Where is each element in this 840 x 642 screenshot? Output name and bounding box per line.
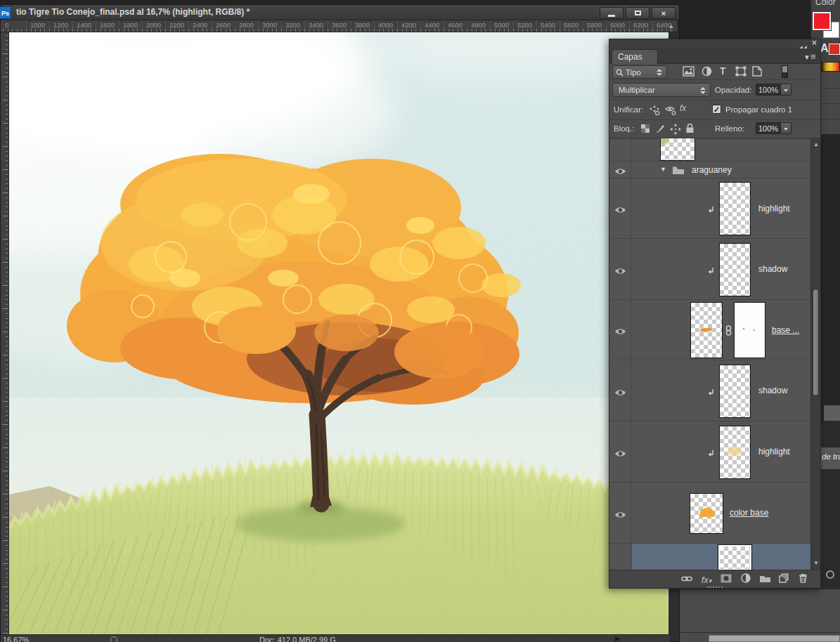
layer-thumbnail[interactable] — [719, 243, 751, 296]
filter-type-layers-icon[interactable]: T — [720, 65, 726, 77]
minimize-button[interactable] — [600, 7, 623, 19]
status-flyout-arrow-icon[interactable]: ▶ — [615, 635, 620, 642]
layer-row[interactable]: highlight — [609, 421, 820, 482]
lock-position-icon[interactable] — [670, 124, 681, 138]
collapse-panel-icon[interactable] — [799, 41, 809, 47]
layer-name[interactable]: shadow — [758, 386, 787, 395]
fill-dropdown-button[interactable] — [781, 122, 791, 134]
new-group-icon[interactable] — [758, 573, 772, 585]
opacity-dropdown-button[interactable] — [781, 84, 791, 96]
ruler-label: 5400 — [541, 21, 555, 29]
close-button[interactable]: × — [652, 7, 676, 19]
foreground-color-swatch[interactable] — [813, 12, 831, 30]
layer-thumbnail[interactable] — [660, 138, 695, 161]
layer-row-body[interactable]: ▼araguaney — [632, 162, 810, 178]
layer-name[interactable]: shadow — [758, 264, 787, 274]
scroll-down-icon[interactable]: ▼ — [813, 560, 820, 566]
ruler-label: 3000 — [262, 21, 277, 29]
visibility-toggle[interactable] — [609, 300, 631, 360]
canvas-artboard[interactable] — [9, 32, 668, 634]
layer-thumbnail[interactable] — [719, 365, 751, 418]
scroll-up-icon[interactable]: ▲ — [813, 141, 820, 148]
document-size-info: Doc: 412,0 MB/2,99 G — [259, 636, 336, 642]
layer-name[interactable]: araguaney — [692, 165, 732, 175]
visibility-toggle[interactable] — [609, 421, 631, 482]
filter-toggle-switch[interactable] — [782, 65, 788, 78]
layer-mask-thumbnail[interactable] — [734, 302, 765, 358]
panel-menu-icon[interactable]: ▼≡ — [803, 51, 815, 62]
layer-style-icon[interactable]: fx▾ — [699, 573, 713, 585]
maximize-button[interactable] — [626, 7, 650, 19]
layer-row-body[interactable]: highlight — [632, 178, 810, 238]
filter-smart-objects-icon[interactable] — [752, 66, 762, 79]
layer-row[interactable]: color base — [609, 482, 820, 543]
delete-layer-icon[interactable] — [796, 573, 810, 585]
zoom-level-field[interactable]: 16,67% — [3, 636, 29, 642]
unify-effects-icon[interactable]: fx — [680, 103, 686, 113]
layer-row-body[interactable]: highlight — [632, 421, 810, 482]
layer-row[interactable]: highlight — [609, 178, 820, 238]
opacity-value[interactable]: 100% — [756, 84, 781, 96]
unify-visibility-icon[interactable] — [665, 105, 676, 118]
layer-row-body[interactable] — [632, 544, 810, 570]
layer-row-body[interactable]: shadow — [632, 360, 810, 421]
layer-row[interactable]: shadow — [609, 238, 820, 299]
layer-row[interactable]: shadow — [609, 360, 820, 421]
unify-position-icon[interactable] — [649, 105, 660, 119]
ruler-scroll-arrow-icon[interactable]: ▲ — [668, 23, 674, 30]
layer-thumbnail[interactable] — [718, 545, 751, 570]
mask-link-icon[interactable] — [725, 325, 732, 339]
unify-label: Unificar: — [614, 105, 643, 114]
filter-type-dropdown[interactable]: Tipo — [612, 65, 667, 79]
tab-capas[interactable]: Capas — [612, 49, 658, 64]
visibility-toggle[interactable] — [609, 483, 631, 543]
layer-row-body[interactable]: base ... — [632, 300, 810, 360]
horizontal-scrollbar-thumb[interactable] — [709, 635, 840, 642]
scrollbar-thumb[interactable] — [813, 289, 819, 396]
layer-row-body[interactable]: shadow — [632, 239, 810, 299]
new-layer-icon[interactable] — [777, 573, 791, 585]
window-title-bar[interactable]: Ps tio Tigre Tio Conejo_final.psd al 16,… — [1, 5, 679, 20]
visibility-toggle[interactable] — [609, 178, 631, 238]
layer-thumbnail[interactable] — [719, 182, 751, 235]
adjustment-icon[interactable] — [739, 573, 753, 585]
layer-thumbnail[interactable] — [690, 302, 723, 358]
visibility-toggle[interactable] — [609, 139, 631, 161]
propagate-frame-checkbox[interactable]: ✓ — [712, 105, 721, 114]
unify-row: Unificar: fx ✓ Propagar cuadro 1 — [609, 100, 820, 120]
filter-pixel-layers-icon[interactable] — [683, 66, 694, 79]
filter-shape-layers-icon[interactable] — [735, 66, 747, 79]
layer-name[interactable]: base ... — [772, 325, 799, 335]
layer-thumbnail[interactable] — [690, 493, 723, 534]
layer-row[interactable]: base ... — [609, 299, 820, 360]
layer-name[interactable]: highlight — [758, 204, 790, 214]
layer-row[interactable] — [609, 543, 820, 570]
color-ramp-bar[interactable] — [821, 62, 840, 72]
layer-row[interactable] — [609, 138, 820, 161]
visibility-toggle[interactable] — [609, 162, 631, 178]
layer-name[interactable]: highlight — [758, 447, 790, 457]
visibility-toggle[interactable] — [609, 360, 631, 421]
layers-scrollbar[interactable]: ▲ ▼ — [810, 138, 820, 570]
layer-row-body[interactable] — [632, 139, 810, 161]
layers-panel: × Capas ▼≡ Tipo T — [609, 39, 821, 589]
layer-row-body[interactable]: color base — [632, 483, 810, 543]
add-mask-icon[interactable] — [719, 573, 733, 585]
visibility-toggle[interactable] — [609, 239, 631, 299]
filter-adjustment-layers-icon[interactable] — [702, 66, 712, 79]
fill-value[interactable]: 100% — [756, 122, 781, 134]
panel-resize-grip[interactable] — [706, 586, 723, 589]
layer-thumbnail[interactable] — [719, 426, 751, 479]
link-layers-icon[interactable] — [680, 573, 694, 585]
visibility-toggle[interactable] — [609, 544, 631, 570]
panel-top-bar[interactable]: × — [609, 39, 820, 48]
lock-all-icon[interactable] — [685, 123, 694, 136]
lock-transparency-icon[interactable] — [640, 124, 650, 136]
blend-mode-dropdown[interactable]: Multiplicar — [612, 83, 711, 97]
group-disclosure-icon[interactable]: ▼ — [660, 166, 666, 173]
layer-group-row[interactable]: ▼araguaney — [609, 161, 820, 178]
ruler-label: 1400 — [77, 21, 91, 29]
layer-name[interactable]: color base — [730, 508, 768, 518]
panel-close-icon[interactable]: × — [812, 38, 817, 48]
lock-pixels-brush-icon[interactable] — [655, 124, 666, 137]
